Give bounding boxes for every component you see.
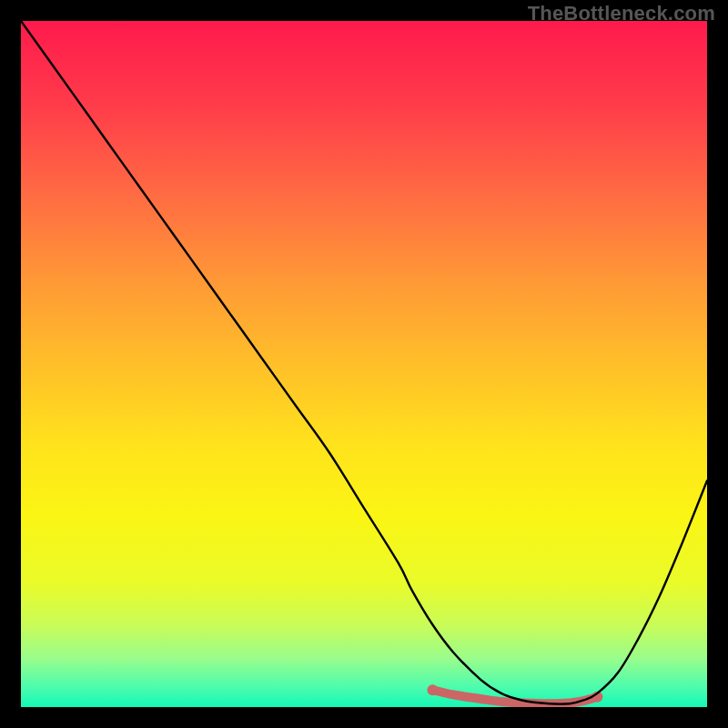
chart-frame: TheBottleneck.com (0, 0, 728, 728)
watermark-text: TheBottleneck.com (528, 2, 715, 25)
plot-area (21, 21, 707, 707)
bottleneck-curve (21, 21, 707, 707)
